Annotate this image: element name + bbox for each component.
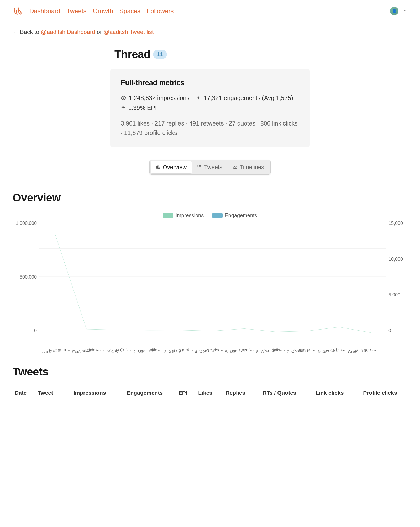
tab-tweets[interactable]: Tweets [192, 161, 228, 173]
col-header[interactable]: Impressions [64, 387, 116, 399]
tab-tweets-label: Tweets [204, 164, 222, 171]
metrics-engagements: 17,321 engagements (Avg 1,575) [204, 95, 293, 101]
view-tabs: Overview Tweets Timelines [149, 160, 271, 175]
metrics-card: Full-thread metrics 1,248,632 impression… [110, 69, 310, 147]
y-right-tick: 0 [388, 328, 391, 333]
nav-growth[interactable]: Growth [93, 7, 113, 15]
svg-point-0 [14, 8, 15, 10]
y-left-tick: 1,000,000 [16, 221, 37, 226]
nav-dashboard[interactable]: Dashboard [29, 7, 60, 15]
x-label: 6. Write daily. … [255, 347, 286, 354]
tweets-heading: Tweets [13, 366, 407, 378]
x-label: 4. Don't network,… [194, 347, 225, 354]
svg-rect-3 [157, 166, 158, 169]
thread-count-badge: 11 [153, 50, 167, 59]
overview-chart: 1,000,000500,0000 15,00010,0005,0000 [13, 221, 407, 347]
x-label: 5. Use Tweetdeck … [225, 347, 256, 354]
chevron-down-icon[interactable] [403, 8, 407, 14]
list-icon [197, 164, 202, 171]
nav-followers[interactable]: Followers [147, 7, 174, 15]
breadcrumb-dashboard-link[interactable]: @aaditsh Dashboard [41, 29, 95, 35]
legend-swatch-impressions [163, 213, 173, 218]
svg-point-9 [198, 165, 198, 166]
col-header[interactable]: Link clicks [306, 387, 353, 399]
col-header[interactable]: Replies [218, 387, 253, 399]
x-label: 1. Highly Curate … [102, 347, 133, 354]
tab-overview[interactable]: Overview [151, 161, 192, 173]
header: Dashboard Tweets Growth Spaces Followers… [0, 0, 420, 22]
tab-overview-label: Overview [163, 164, 187, 171]
col-header[interactable]: Profile clicks [353, 387, 407, 399]
nav-tweets[interactable]: Tweets [66, 7, 86, 15]
y-left-tick: 500,000 [20, 274, 37, 280]
nav-spaces[interactable]: Spaces [119, 7, 140, 15]
main-nav: Dashboard Tweets Growth Spaces Followers [29, 7, 174, 15]
tab-timelines-label: Timelines [240, 164, 264, 171]
svg-point-11 [198, 168, 198, 168]
col-header[interactable]: Engagements [116, 387, 174, 399]
page-title: Thread [114, 48, 150, 61]
svg-point-10 [198, 166, 198, 167]
signal-icon [121, 104, 125, 113]
tweets-table: DateTweetImpressionsEngagementsEPILikesR… [13, 387, 407, 399]
col-header[interactable]: RTs / Quotes [253, 387, 307, 399]
breadcrumb: ← Back to @aaditsh Dashboard or @aaditsh… [0, 22, 420, 35]
x-label: First disclaimer:… [71, 347, 102, 354]
col-header[interactable]: Tweet [36, 387, 64, 399]
breadcrumb-tweetlist-link[interactable]: @aaditsh Tweet list [103, 29, 154, 35]
svg-rect-4 [158, 165, 159, 168]
x-label: 2. Use Twitter Li… [133, 347, 164, 354]
metrics-epi: 1.39% EPI [128, 105, 157, 111]
overview-heading: Overview [13, 191, 407, 204]
svg-point-1 [123, 97, 124, 98]
metrics-heading: Full-thread metrics [121, 79, 299, 87]
x-label: 7. Challenge Your… [286, 347, 317, 354]
x-label: Audience building… [317, 347, 348, 354]
legend-swatch-engagements [212, 213, 223, 218]
svg-point-2 [123, 108, 123, 108]
col-header[interactable]: Date [13, 387, 36, 399]
bar-chart-icon [156, 164, 161, 171]
col-header[interactable]: EPI [174, 387, 192, 399]
y-right-tick: 5,000 [388, 292, 400, 298]
sparkle-icon [196, 94, 201, 103]
y-right-tick: 15,000 [388, 221, 403, 226]
metrics-details: 3,901 likes · 217 replies · 491 retweets… [121, 119, 299, 138]
metrics-impressions: 1,248,632 impressions [129, 95, 189, 101]
chart-legend: Impressions Engagements [13, 212, 407, 218]
legend-engagements: Engagements [225, 212, 257, 218]
breadcrumb-prefix: ← Back to [13, 29, 41, 35]
logo[interactable] [13, 6, 22, 16]
breadcrumb-or: or [97, 29, 104, 35]
avatar[interactable]: 👤 [390, 7, 398, 15]
legend-impressions: Impressions [175, 212, 204, 218]
y-left-tick: 0 [34, 328, 37, 333]
x-label: I've built an aud… [41, 347, 72, 354]
x-label: 3. Set up a effec… [163, 347, 194, 354]
svg-rect-5 [159, 167, 160, 169]
y-right-tick: 10,000 [388, 257, 403, 262]
tab-timelines[interactable]: Timelines [228, 161, 269, 173]
x-label: Great to see over… [347, 347, 378, 354]
line-chart-icon [233, 164, 238, 171]
eye-icon [121, 94, 126, 103]
col-header[interactable]: Likes [192, 387, 218, 399]
